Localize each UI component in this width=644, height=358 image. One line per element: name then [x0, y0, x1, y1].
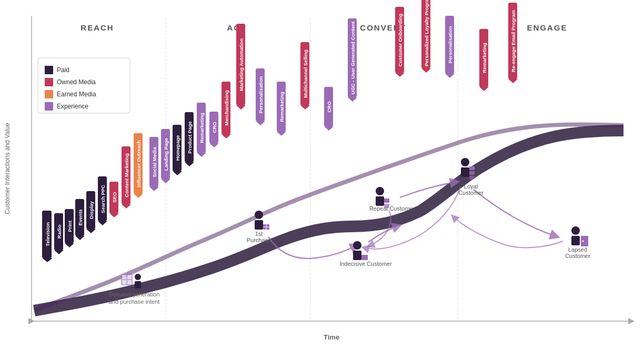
svg-text:SEO: SEO	[112, 192, 117, 203]
svg-rect-92	[376, 196, 384, 206]
svg-point-95	[461, 158, 469, 166]
label-lapsed-customer-1: Lapsed	[568, 246, 587, 253]
tag-merchandising: Merchandising	[222, 82, 231, 138]
svg-rect-101	[353, 251, 361, 260]
svg-text:Merchandising: Merchandising	[224, 90, 229, 125]
svg-marker-84	[508, 79, 518, 83]
label-indecisive-customer: Indecisive Customer	[339, 261, 392, 267]
svg-marker-36	[161, 179, 170, 183]
section-reach: REACH	[80, 23, 114, 32]
label-1st-purchase: 1st	[255, 231, 263, 237]
svg-marker-30	[134, 194, 143, 198]
svg-rect-113	[135, 281, 141, 289]
legend-earned-label: Earned Media	[57, 91, 96, 98]
tag-personalisation-act: Personalisation	[256, 68, 265, 125]
svg-marker-66	[324, 126, 334, 131]
svg-marker-78	[445, 74, 455, 78]
tag-product-page: Product Page	[185, 112, 194, 166]
svg-text:Marketing Automation: Marketing Automation	[238, 38, 244, 91]
svg-marker-27	[122, 204, 131, 208]
tag-cro-convert: CRO	[324, 87, 334, 131]
tag-remarketing-engage: Remarketing	[479, 29, 489, 91]
svg-text:UGC - User Generated Content: UGC - User Generated Content	[350, 21, 356, 95]
svg-text:Print: Print	[67, 220, 73, 232]
svg-rect-104	[571, 236, 580, 245]
svg-text:Personalisation: Personalisation	[258, 76, 264, 113]
svg-marker-45	[197, 153, 206, 157]
tag-homepage: Homepage	[173, 125, 182, 175]
svg-marker-75	[421, 68, 431, 73]
tag-content-marketing: Content Marketing	[122, 146, 131, 208]
svg-rect-111	[127, 280, 132, 284]
tag-customer-onboarding: Customer Onboarding	[395, 7, 405, 77]
svg-text:Customer Onboarding: Customer Onboarding	[397, 13, 403, 66]
svg-text:Display: Display	[88, 201, 94, 219]
icon-loyal-customer	[461, 158, 475, 180]
legend-experience-label: Experience	[57, 103, 88, 110]
legend-owned-swatch	[45, 78, 53, 86]
tag-remarketing-act: Remarketing	[197, 103, 206, 157]
svg-point-112	[135, 274, 141, 280]
svg-marker-33	[149, 187, 159, 191]
svg-text:CRO: CRO	[326, 101, 332, 112]
tag-events: Events	[75, 199, 85, 240]
tag-remarketing-convert: Remarketing	[277, 82, 286, 136]
svg-rect-96	[461, 167, 469, 177]
svg-marker-63	[300, 105, 310, 110]
tag-ugc: UGC - User Generated Content	[348, 18, 357, 102]
x-axis-label: Time	[324, 333, 339, 341]
svg-text:Events: Events	[77, 209, 83, 225]
svg-marker-6	[42, 258, 53, 262]
tag-personalisation-engage: Personalisation	[445, 16, 455, 78]
svg-text:Product Page: Product Page	[187, 121, 193, 153]
svg-rect-102	[361, 255, 368, 260]
tag-influencer-outreach: Influencer Outreach	[134, 133, 143, 198]
svg-text:Personalized Loyalty Program: Personalized Loyalty Program	[424, 0, 429, 66]
svg-text:CRO: CRO	[212, 122, 217, 133]
tag-television: Television	[42, 211, 53, 262]
svg-marker-15	[75, 236, 85, 240]
legend-paid-swatch	[45, 66, 53, 74]
svg-marker-69	[348, 97, 357, 102]
svg-marker-24	[109, 213, 119, 217]
svg-text:Multichannel Selling: Multichannel Selling	[303, 49, 308, 98]
svg-marker-81	[479, 87, 489, 91]
tag-loyalty-program: Personalized Loyalty Program	[421, 0, 431, 73]
svg-point-106	[582, 241, 584, 242]
tag-reengage-email: Re-engage Email Program	[508, 3, 518, 83]
tag-social-media: Social Media	[149, 137, 159, 191]
tag-search-ppc: Search PPC	[98, 176, 107, 225]
label-repeat-customer: Repeat Customer	[369, 205, 415, 212]
section-engage: ENGAGE	[527, 23, 567, 32]
svg-marker-12	[65, 243, 74, 247]
label-loyal-customer-1: Loyal	[464, 183, 478, 190]
icon-indecisive-customer	[353, 241, 368, 260]
svg-text:Influencer Outreach: Influencer Outreach	[136, 140, 142, 187]
icon-repeat-customer	[376, 187, 389, 208]
svg-rect-110	[122, 280, 126, 284]
legend-owned-label: Owned Media	[57, 78, 96, 86]
svg-text:Remarketing: Remarketing	[199, 113, 205, 143]
svg-marker-54	[236, 105, 246, 110]
tag-marketing-automation: Marketing Automation	[236, 24, 246, 110]
tag-cro-act: CRO	[209, 112, 219, 147]
tag-display: Display	[86, 191, 96, 233]
label-lapsed-customer-2: Customer	[565, 253, 590, 259]
svg-marker-60	[277, 132, 286, 136]
svg-rect-98	[469, 171, 475, 175]
svg-text:Social Media: Social Media	[152, 147, 157, 177]
svg-text:Remarketing: Remarketing	[481, 43, 487, 73]
svg-text:Content Marketing: Content Marketing	[124, 153, 129, 197]
svg-point-100	[353, 241, 361, 250]
svg-text:Homepage: Homepage	[175, 135, 180, 161]
svg-rect-97	[469, 166, 475, 170]
svg-marker-9	[54, 250, 64, 254]
svg-marker-42	[185, 162, 194, 166]
label-demand-1: Demand generation	[109, 291, 160, 297]
label-purchase: Purchase	[247, 237, 271, 243]
tag-landing-page: Landing Page	[161, 129, 170, 183]
tag-radio: Radio	[54, 213, 64, 254]
svg-text:Re-engage Email Program: Re-engage Email Program	[510, 10, 516, 72]
svg-marker-48	[209, 143, 219, 147]
legend-paid-label: Paid	[57, 66, 69, 74]
